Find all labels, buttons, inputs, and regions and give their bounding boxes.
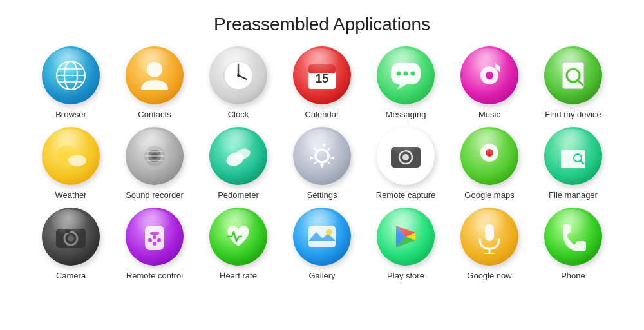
apps-row-2: CameraRemote controlHeart rateGalleryPla… (29, 202, 615, 283)
app-icon-file-manager (544, 127, 602, 185)
app-label-file-manager: File manager (549, 190, 598, 200)
app-label-pedometer: Pedometer (218, 190, 259, 200)
app-item-play-store[interactable]: Play store (364, 202, 448, 283)
app-icon-music (460, 46, 518, 104)
app-label-clock: Clock (228, 110, 249, 119)
page-title: Preassembled Applications (0, 0, 644, 41)
svg-rect-19 (562, 62, 584, 89)
app-icon-pedometer (209, 127, 267, 185)
app-icon-phone (544, 208, 602, 266)
app-icon-remote-control (126, 208, 184, 266)
svg-point-36 (402, 154, 409, 160)
app-item-gallery[interactable]: Gallery (280, 202, 364, 283)
svg-rect-41 (561, 150, 573, 155)
svg-point-46 (68, 235, 74, 242)
apps-row-1: WeatherSound recorderPedometerSettingsRe… (29, 122, 615, 202)
svg-point-18 (486, 72, 493, 79)
app-item-phone[interactable]: Phone (531, 202, 615, 283)
svg-point-39 (486, 149, 493, 157)
app-icon-settings (293, 127, 351, 185)
svg-point-50 (148, 238, 152, 242)
app-item-sound-recorder[interactable]: Sound recorder (113, 122, 196, 202)
app-item-heart-rate[interactable]: Heart rate (196, 202, 280, 283)
app-item-calendar[interactable]: 15Calendar (280, 41, 364, 122)
app-icon-find-my-device (544, 46, 602, 104)
svg-text:15: 15 (316, 72, 328, 85)
app-item-remote-control[interactable]: Remote control (113, 202, 196, 283)
app-item-google-now[interactable]: Google now (448, 202, 531, 283)
svg-rect-58 (485, 224, 494, 241)
app-label-messaging: Messaging (386, 110, 426, 119)
svg-point-33 (316, 150, 328, 162)
app-label-weather: Weather (55, 190, 87, 200)
app-label-camera: Camera (56, 271, 86, 280)
app-icon-google-now (460, 208, 518, 266)
app-icon-contacts (126, 46, 184, 104)
app-label-google-now: Google now (467, 271, 511, 280)
svg-point-52 (153, 235, 156, 239)
app-item-browser[interactable]: Browser (29, 41, 113, 122)
app-icon-gallery (293, 208, 351, 266)
app-item-remote-capture[interactable]: Remote capture (364, 122, 448, 202)
app-label-remote-capture: Remote capture (376, 190, 436, 200)
svg-point-5 (147, 62, 162, 77)
app-item-camera[interactable]: Camera (29, 202, 113, 283)
app-label-browser: Browser (55, 110, 86, 119)
app-icon-weather (42, 127, 100, 185)
svg-point-15 (404, 72, 408, 76)
app-icon-clock (209, 46, 267, 104)
apps-grid: BrowserContactsClock15CalendarMessagingM… (0, 41, 644, 283)
app-icon-heart-rate (209, 208, 267, 266)
app-label-heart-rate: Heart rate (220, 271, 257, 280)
svg-point-14 (397, 72, 401, 76)
app-item-clock[interactable]: Clock (196, 41, 280, 122)
app-item-pedometer[interactable]: Pedometer (196, 122, 280, 202)
apps-row-0: BrowserContactsClock15CalendarMessagingM… (29, 41, 615, 122)
app-label-music: Music (478, 110, 500, 119)
app-icon-calendar: 15 (293, 46, 351, 104)
app-item-google-maps[interactable]: Google maps (448, 122, 531, 202)
app-item-find-my-device[interactable]: Find my device (531, 41, 615, 122)
svg-point-23 (68, 155, 86, 166)
app-item-weather[interactable]: Weather (29, 122, 113, 202)
app-label-gallery: Gallery (308, 271, 335, 280)
svg-rect-49 (150, 232, 159, 235)
app-item-file-manager[interactable]: File manager (531, 122, 615, 202)
svg-point-51 (157, 238, 161, 242)
svg-point-16 (411, 72, 415, 76)
app-icon-sound-recorder (126, 127, 184, 185)
svg-point-56 (326, 229, 332, 235)
app-item-settings[interactable]: Settings (280, 122, 364, 202)
app-icon-play-store (377, 208, 435, 266)
app-label-find-my-device: Find my device (545, 110, 601, 119)
svg-point-53 (153, 242, 156, 246)
app-icon-camera (42, 208, 100, 266)
app-label-calendar: Calendar (305, 110, 339, 119)
app-label-sound-recorder: Sound recorder (126, 190, 184, 200)
app-label-settings: Settings (307, 190, 337, 200)
app-label-google-maps: Google maps (464, 190, 514, 200)
app-label-phone: Phone (561, 271, 585, 280)
app-item-contacts[interactable]: Contacts (113, 41, 196, 122)
app-label-play-store: Play store (387, 271, 424, 280)
app-label-contacts: Contacts (138, 110, 171, 119)
app-item-messaging[interactable]: Messaging (364, 41, 448, 122)
app-item-music[interactable]: Music (448, 41, 531, 122)
svg-point-9 (237, 74, 240, 77)
svg-rect-37 (400, 147, 405, 151)
svg-rect-47 (65, 229, 70, 233)
app-icon-remote-capture (377, 127, 435, 185)
app-icon-google-maps (460, 127, 518, 185)
app-icon-messaging (377, 46, 435, 104)
app-label-remote-control: Remote control (126, 271, 183, 280)
app-icon-browser (42, 46, 100, 104)
